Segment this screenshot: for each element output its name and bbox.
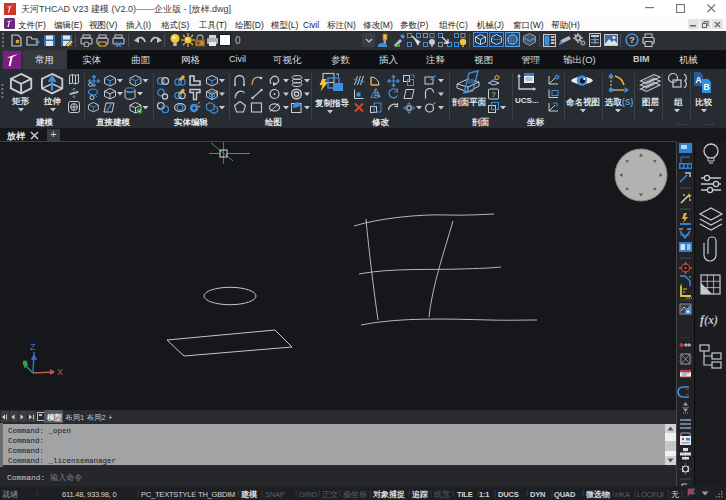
svg-text:X: X bbox=[57, 367, 63, 377]
svg-text:组: 组 bbox=[673, 97, 683, 107]
svg-text:拉伸: 拉伸 bbox=[43, 96, 61, 106]
svg-text:?: ? bbox=[491, 90, 496, 99]
svg-text:Z: Z bbox=[30, 342, 36, 352]
svg-text:命名视图: 命名视图 bbox=[565, 97, 600, 107]
svg-text:A: A bbox=[695, 75, 701, 85]
svg-text:UCS...: UCS... bbox=[515, 96, 539, 105]
svg-text:选取(S): 选取(S) bbox=[604, 97, 634, 107]
svg-text:图层: 图层 bbox=[642, 97, 660, 107]
svg-text:?: ? bbox=[629, 35, 635, 45]
svg-text:比较: 比较 bbox=[695, 97, 713, 107]
svg-text:复制指导: 复制指导 bbox=[314, 98, 350, 108]
svg-text:f(x): f(x) bbox=[700, 313, 718, 327]
svg-text:矩形: 矩形 bbox=[11, 96, 30, 106]
svg-text:剖面平面: 剖面平面 bbox=[451, 97, 487, 107]
svg-text:B: B bbox=[703, 82, 709, 92]
svg-text:....: .... bbox=[680, 333, 690, 339]
